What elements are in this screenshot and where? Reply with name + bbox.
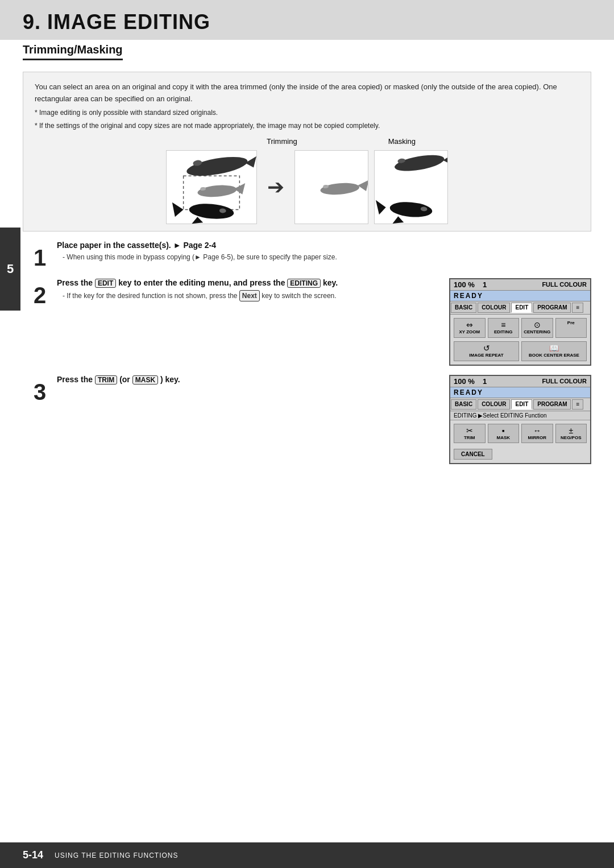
step-3-number-col: 3 (23, 375, 57, 403)
lcd-row2-1: ↺ IMAGE REPEAT 📖 BOOK CENTER ERASE (450, 341, 590, 365)
lcd-tab-edit-2[interactable]: EDIT (511, 399, 532, 410)
lcd-buttons-grid-1: ⇔ XY ZOOM ≡ EDITING ⊙ CENTERING Pre (450, 315, 590, 341)
chapter-sidebar: 5 (0, 228, 20, 311)
svg-marker-19 (393, 216, 404, 224)
lcd-tabs-2: BASIC COLOUR EDIT PROGRAM ≡ (450, 398, 590, 411)
page: 5 9. IMAGE EDITING Trimming/Masking You … (0, 0, 614, 868)
step-1-desc: - When using this mode in bypass copying… (63, 252, 591, 262)
lcd-colour-2: FULL COLOUR (542, 378, 587, 385)
lcd-btn-bookcenter[interactable]: 📖 BOOK CENTER ERASE (521, 341, 587, 361)
section-header: Trimming/Masking (0, 40, 614, 64)
lcd-tab-program-1[interactable]: PROGRAM (533, 303, 571, 313)
footer-text: USING THE EDITING FUNCTIONS (55, 852, 178, 859)
lcd-cancel-btn[interactable]: CANCEL (454, 449, 492, 460)
lcd-tab-menu-1[interactable]: ≡ (572, 303, 583, 313)
editing-icon: ≡ (501, 321, 505, 329)
step-1-content: Place paper in the cassette(s). ► Page 2… (57, 241, 591, 262)
lcd-buttons-grid-2: ✂ TRIM ▪ MASK ↔ MIRROR ± (450, 420, 590, 447)
lcd-tab-basic-2[interactable]: BASIC (451, 399, 476, 410)
bookcenter-label: BOOK CENTER ERASE (529, 353, 579, 358)
content-area: You can select an area on an original an… (0, 72, 614, 464)
page-title: 9. IMAGE EDITING (23, 10, 591, 34)
svg-point-11 (320, 181, 360, 196)
step-3-number: 3 (34, 381, 46, 403)
svg-marker-12 (358, 180, 368, 191)
lcd-tabs-1: BASIC COLOUR EDIT PROGRAM ≡ (450, 301, 590, 315)
diagram-label-masking: Masking (388, 137, 416, 146)
section-title: Trimming/Masking (23, 43, 123, 60)
lcd-ready-1: READY (450, 291, 590, 301)
pre-label: Pre (567, 321, 575, 326)
svg-point-4 (197, 184, 238, 199)
masked-image (374, 150, 448, 224)
lcd-copies-1: 1 (483, 280, 487, 289)
lcd-btn-mirror[interactable]: ↔ MIRROR (521, 424, 553, 444)
lcd-ready-2: READY (450, 387, 590, 398)
original-image (166, 150, 257, 224)
step-3-title: Press the TRIM (or MASK ) key. (57, 375, 443, 385)
lcd-btn-xyzoom[interactable]: ⇔ XY ZOOM (454, 318, 486, 338)
step-3-lcd: 100 % 1 FULL COLOUR READY BASIC COLOUR E… (443, 375, 591, 465)
lcd-edit-label: EDITING ▶Select EDITING Function (450, 411, 590, 420)
lcd-percent-1: 100 % (454, 280, 475, 289)
bottom-bar: 5-14 USING THE EDITING FUNCTIONS (0, 842, 614, 868)
lcd-btn-centering[interactable]: ⊙ CENTERING (521, 318, 553, 338)
step-2-content: Press the EDIT key to enter the editing … (57, 278, 443, 301)
editing-label: EDITING (494, 330, 512, 335)
lcd-tab-menu-2[interactable]: ≡ (572, 399, 583, 410)
lcd-btn-editing[interactable]: ≡ EDITING (488, 318, 520, 338)
lcd-btn-imagerepeat[interactable]: ↺ IMAGE REPEAT (454, 341, 519, 361)
lcd-copies-2: 1 (483, 377, 487, 386)
lcd-btn-pre[interactable]: Pre (555, 318, 587, 338)
lcd-tab-colour-1[interactable]: COLOUR (478, 303, 510, 313)
step-2: 2 Press the EDIT key to enter the editin… (23, 278, 591, 366)
info-main-text: You can select an area on an original an… (35, 81, 579, 105)
step-3-content: Press the TRIM (or MASK ) key. (57, 375, 443, 387)
lcd-btn-trim[interactable]: ✂ TRIM (454, 424, 486, 444)
lcd-top-bar-1: 100 % 1 FULL COLOUR (450, 279, 590, 291)
mirror-label: MIRROR (528, 436, 546, 441)
svg-marker-18 (376, 200, 386, 215)
trimmed-image (294, 150, 368, 224)
diagram-images: ➔ (35, 150, 579, 224)
mask-icon: ▪ (502, 427, 505, 435)
lcd-tab-edit-1[interactable]: EDIT (511, 303, 532, 313)
lcd-colour-1: FULL COLOUR (542, 281, 587, 288)
info-box: You can select an area on an original an… (23, 72, 591, 232)
trim-label: TRIM (464, 436, 475, 441)
svg-marker-9 (192, 217, 203, 224)
step-2-lcd: 100 % 1 FULL COLOUR READY BASIC COLOUR E… (443, 278, 591, 366)
diagram-label-trimming: Trimming (267, 137, 297, 146)
centering-label: CENTERING (524, 330, 550, 335)
masked-diagram-svg (375, 150, 447, 224)
trim-icon: ✂ (466, 427, 473, 435)
step-2-number: 2 (34, 284, 46, 307)
footer-page-num: 5-14 (23, 849, 43, 861)
lcd-cancel-row: CANCEL (450, 447, 590, 463)
imagerepeat-icon: ↺ (483, 344, 490, 352)
lcd-screen-2: 100 % 1 FULL COLOUR READY BASIC COLOUR E… (449, 375, 591, 465)
step-2-number-col: 2 (23, 278, 57, 307)
page-header: 9. IMAGE EDITING (0, 0, 614, 40)
lcd-btn-negpos[interactable]: ± NEG/POS (555, 424, 587, 444)
original-diagram-svg (167, 150, 256, 224)
info-note2: * If the settings of the original and co… (35, 121, 579, 131)
lcd-btn-mask[interactable]: ▪ MASK (488, 424, 520, 444)
trimmed-diagram-svg (295, 150, 368, 224)
step-1-number-col: 1 (23, 241, 57, 269)
lcd-tab-colour-2[interactable]: COLOUR (478, 399, 510, 410)
step-1: 1 Place paper in the cassette(s). ► Page… (23, 241, 591, 269)
lcd-tab-basic-1[interactable]: BASIC (451, 303, 476, 313)
centering-icon: ⊙ (534, 321, 541, 329)
xyzoom-label: XY ZOOM (459, 330, 480, 335)
step-1-title: Place paper in the cassette(s). ► Page 2… (57, 241, 591, 250)
step-2-desc: - If the key for the desired function is… (63, 290, 443, 301)
imagerepeat-label: IMAGE REPEAT (469, 353, 503, 358)
bookcenter-icon: 📖 (549, 344, 559, 352)
arrow-icon: ➔ (267, 175, 284, 199)
negpos-icon: ± (569, 427, 573, 435)
step-2-title: Press the EDIT key to enter the editing … (57, 278, 443, 288)
svg-point-7 (189, 202, 235, 220)
lcd-tab-program-2[interactable]: PROGRAM (533, 399, 571, 410)
info-note1: * Image editing is only possible with st… (35, 108, 579, 118)
